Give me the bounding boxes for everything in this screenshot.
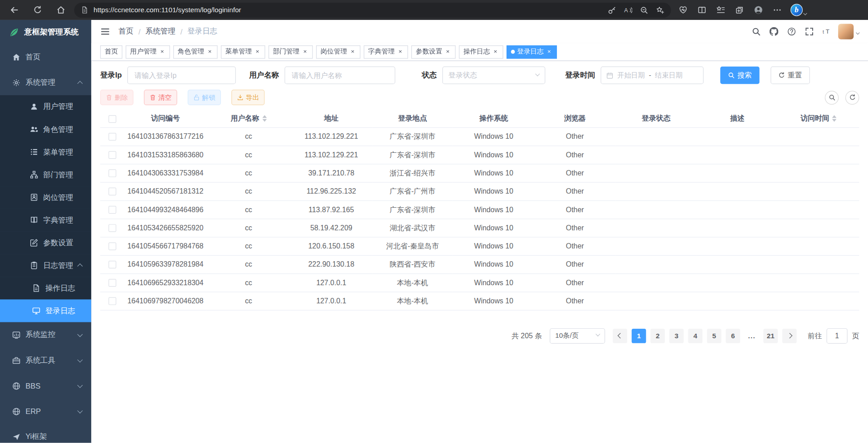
close-icon[interactable]: × — [444, 49, 451, 55]
tab[interactable]: 首页 × — [100, 45, 122, 58]
close-icon[interactable]: × — [349, 49, 356, 55]
table-row[interactable]: 1641053426655825920 cc 58.19.42.209 湖北省-… — [100, 219, 859, 237]
key-icon[interactable] — [608, 6, 616, 14]
sidebar-item[interactable]: 系统监控 — [0, 322, 91, 347]
page-button[interactable]: ... — [745, 328, 759, 343]
prev-page-button[interactable] — [613, 328, 627, 343]
page-size-select[interactable]: 10条/页 — [550, 328, 605, 343]
clear-button[interactable]: 清空 — [144, 90, 177, 105]
more-icon[interactable] — [773, 5, 782, 15]
page-button[interactable]: 2 — [650, 328, 665, 343]
row-checkbox[interactable] — [108, 261, 116, 268]
status-select[interactable]: 登录状态 — [442, 66, 545, 84]
bing-icon[interactable]: b — [790, 4, 803, 16]
row-checkbox[interactable] — [108, 224, 116, 232]
essentials-icon[interactable] — [679, 5, 688, 15]
page-button[interactable]: 21 — [763, 328, 778, 343]
table-row[interactable]: 1641031367863177216 cc 113.102.129.221 广… — [100, 127, 859, 146]
select-all-checkbox[interactable] — [108, 115, 116, 122]
sidebar-collapse-button[interactable] — [100, 27, 110, 37]
question-icon[interactable] — [786, 26, 797, 37]
table-refresh-button[interactable] — [845, 91, 859, 105]
row-checkbox[interactable] — [108, 151, 116, 159]
column-header[interactable]: 操作系统 — [453, 110, 534, 127]
tab[interactable]: 参数设置 × — [411, 45, 456, 58]
sidebar-item[interactable]: 字典管理 — [0, 209, 91, 231]
page-button[interactable]: 4 — [688, 328, 702, 343]
row-checkbox[interactable] — [108, 133, 116, 141]
row-checkbox[interactable] — [108, 170, 116, 177]
reset-button[interactable]: 重置 — [770, 66, 810, 84]
close-icon[interactable]: × — [206, 49, 213, 55]
profile-icon[interactable] — [754, 5, 763, 15]
table-row[interactable]: 1641069798270046208 cc 127.0.0.1 本地-本机 W… — [100, 292, 859, 310]
start-date-placeholder[interactable]: 开始日期 — [617, 71, 645, 80]
url-text[interactable]: https://ccnetcore.com:1101/system/log/lo… — [93, 6, 603, 14]
collections-icon[interactable] — [735, 5, 744, 15]
sidebar-item[interactable]: 岗位管理 — [0, 186, 91, 209]
sidebar-item[interactable]: 操作日志 — [0, 277, 91, 299]
address-bar[interactable]: https://ccnetcore.com:1101/system/log/lo… — [74, 2, 671, 17]
sidebar-item[interactable]: 参数设置 — [0, 231, 91, 254]
search-icon[interactable] — [751, 26, 761, 37]
sidebar-item[interactable]: 系统工具 — [0, 348, 91, 373]
export-button[interactable]: 导出 — [231, 90, 264, 105]
tab[interactable]: 岗位管理 × — [316, 45, 361, 58]
page-button[interactable]: 6 — [726, 328, 740, 343]
tab[interactable]: 字典管理 × — [364, 45, 408, 58]
table-row[interactable]: 1641059633978281984 cc 222.90.130.18 陕西省… — [100, 255, 859, 273]
page-button[interactable]: 5 — [707, 328, 722, 343]
sidebar-item[interactable]: 首页 — [0, 44, 91, 70]
table-row[interactable]: 1641031533185863680 cc 113.102.129.221 广… — [100, 146, 859, 164]
sidebar-item[interactable]: 用户管理 — [0, 95, 91, 118]
sidebar-item[interactable]: 角色管理 — [0, 118, 91, 141]
breadcrumb-item[interactable]: 首页 — [118, 27, 133, 37]
fullscreen-icon[interactable] — [804, 26, 814, 37]
sidebar-item[interactable]: 系统管理 — [0, 70, 91, 95]
user-menu[interactable] — [838, 24, 859, 39]
favorite-add-icon[interactable] — [656, 6, 664, 14]
sidebar-item[interactable]: ERP — [0, 399, 91, 424]
login-ip-input[interactable] — [127, 66, 236, 84]
breadcrumb-item[interactable]: 系统管理 — [146, 27, 176, 37]
sidebar-item[interactable]: BBS — [0, 373, 91, 399]
column-header[interactable]: 浏览器 — [534, 110, 615, 127]
sidebar-item[interactable]: 登录日志 — [0, 299, 91, 322]
close-icon[interactable]: × — [302, 49, 308, 55]
next-page-button[interactable] — [782, 328, 797, 343]
close-icon[interactable]: × — [254, 49, 261, 55]
column-header[interactable]: 描述 — [697, 110, 778, 127]
page-button[interactable]: 3 — [669, 328, 684, 343]
column-header[interactable]: 登录状态 — [615, 110, 697, 127]
sort-carets-icon[interactable] — [262, 115, 267, 122]
github-icon[interactable] — [768, 26, 779, 37]
search-button[interactable]: 搜索 — [720, 66, 760, 84]
table-row[interactable]: 1641054566717984768 cc 120.6.150.158 河北省… — [100, 237, 859, 255]
table-row[interactable]: 1641043063331753984 cc 39.171.210.78 浙江省… — [100, 164, 859, 182]
column-header[interactable]: 用户名称 — [206, 110, 291, 127]
close-icon[interactable]: × — [492, 49, 499, 55]
back-icon[interactable] — [5, 2, 23, 18]
text-size-icon[interactable]: tT — [822, 26, 833, 37]
column-header[interactable]: 访问编号 — [124, 110, 206, 127]
tab[interactable]: 角色管理 × — [173, 45, 218, 58]
search-toggle-button[interactable] — [825, 91, 839, 105]
goto-input[interactable] — [827, 328, 848, 343]
login-time-range[interactable]: 开始日期 - 结束日期 — [600, 66, 703, 84]
column-header[interactable]: 登录地点 — [372, 110, 453, 127]
sidebar-item[interactable]: 菜单管理 — [0, 141, 91, 163]
sidebar-item[interactable]: 部门管理 — [0, 163, 91, 186]
row-checkbox[interactable] — [108, 279, 116, 287]
tab[interactable]: 登录日志 × — [507, 45, 557, 58]
table-row[interactable]: 1641044993248464896 cc 113.87.92.165 广东省… — [100, 200, 859, 219]
tab[interactable]: 操作日志 × — [459, 45, 503, 58]
favorites-bar-icon[interactable] — [717, 5, 726, 15]
username-input[interactable] — [284, 66, 395, 84]
home-icon[interactable] — [52, 2, 70, 18]
tab[interactable]: 部门管理 × — [268, 45, 313, 58]
sidebar-item[interactable]: 日志管理 — [0, 254, 91, 277]
app-logo[interactable]: 意框架管理系统 — [0, 20, 91, 44]
table-row[interactable]: 1641069652933218304 cc 127.0.0.1 本地-本机 W… — [100, 273, 859, 292]
page-button[interactable]: 1 — [632, 328, 646, 343]
column-header[interactable]: 访问时间 — [778, 110, 859, 127]
